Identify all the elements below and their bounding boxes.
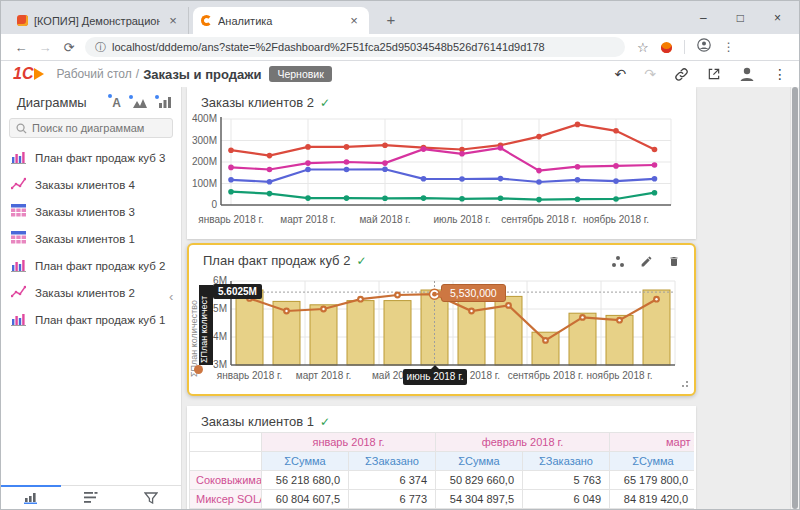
line-chart-icon bbox=[11, 285, 26, 301]
month-header[interactable]: январь 2018 г. bbox=[262, 433, 436, 452]
line-chart-icon bbox=[11, 177, 26, 193]
diagrams-sidebar: Диаграммы A План факт продаж куб 3Заказы… bbox=[1, 87, 182, 509]
sidebar-item-3[interactable]: Заказы клиентов 3 bbox=[1, 198, 181, 225]
sidebar-collapse-icon[interactable]: ‹ bbox=[169, 289, 173, 304]
table-row: Миксер SOLAC мод...60 804 607,56 77354 3… bbox=[190, 490, 695, 509]
svg-text:400M: 400M bbox=[192, 113, 217, 124]
back-icon[interactable]: ← bbox=[9, 40, 33, 55]
add-chart-icon[interactable] bbox=[159, 97, 171, 108]
card-plan-fact-cube-2[interactable]: План факт продаж куб 2✓ 3M4M5M6Mянварь 2… bbox=[187, 243, 696, 396]
add-text-icon[interactable]: A bbox=[112, 96, 121, 110]
bookmark-star-icon[interactable]: ☆ bbox=[637, 40, 649, 55]
drill-links-icon[interactable] bbox=[608, 251, 628, 271]
browser-tab-analytics[interactable]: Аналитика × bbox=[193, 7, 369, 34]
user-avatar[interactable] bbox=[739, 66, 755, 82]
url-input[interactable]: ⓘ localhost/dddemo/ans?state=%2Fdashboar… bbox=[85, 37, 625, 57]
svg-text:май 2018 г.: май 2018 г. bbox=[359, 214, 410, 225]
sidebar-item-6[interactable]: Заказы клиентов 2 bbox=[1, 279, 181, 306]
minimize-button[interactable]: – bbox=[700, 11, 707, 25]
svg-text:март 2018 г.: март 2018 г. bbox=[280, 214, 335, 225]
table-cell: 56 218 680,0 bbox=[262, 471, 349, 490]
page-info-icon[interactable]: ⓘ bbox=[95, 40, 106, 55]
column-header[interactable]: ΣСумма bbox=[262, 452, 349, 471]
table-icon bbox=[11, 204, 26, 220]
tab-diagrams[interactable] bbox=[1, 486, 61, 509]
table-cell: 18 287 388,0 bbox=[436, 509, 523, 510]
row-label-link[interactable]: Миксер SOLAC мод... bbox=[190, 490, 262, 509]
browser-menu-icon[interactable]: ⋮ bbox=[723, 40, 735, 54]
tab-legend[interactable] bbox=[61, 486, 121, 509]
sidebar-item-1[interactable]: План факт продаж куб 3 bbox=[1, 144, 181, 171]
url-text: localhost/dddemo/ans?state=%2Fdashboard%… bbox=[112, 41, 545, 53]
svg-text:ноябрь 2018 г.: ноябрь 2018 г. bbox=[583, 214, 649, 225]
link-icon[interactable] bbox=[674, 67, 689, 82]
app-menu-icon[interactable]: ⋮ bbox=[773, 66, 787, 82]
sidebar-item-5[interactable]: План факт продаж куб 2 bbox=[1, 252, 181, 279]
orders-table[interactable]: январь 2018 г.февраль 2018 г.март 2018 г… bbox=[189, 432, 694, 509]
search-input[interactable] bbox=[32, 122, 162, 134]
month-header-row: январь 2018 г.февраль 2018 г.март 2018 г… bbox=[190, 433, 695, 452]
row-label-link[interactable]: Соковыжималка "... bbox=[190, 471, 262, 490]
svg-text:3M: 3M bbox=[213, 359, 227, 370]
sidebar-item-label: Заказы клиентов 4 bbox=[35, 179, 135, 191]
column-header[interactable]: ΣСумма bbox=[436, 452, 523, 471]
column-header[interactable]: ΣСумма bbox=[610, 452, 695, 471]
table-row: Чайник MOULINEX ...21 718 588,514 07118 … bbox=[190, 509, 695, 510]
breadcrumb-root[interactable]: Рабочий стол bbox=[56, 67, 131, 81]
column-header[interactable]: ΣЗаказано bbox=[349, 452, 436, 471]
line-chart[interactable]: 0100M200M300M400Mянварь 2018 г.март 2018… bbox=[191, 111, 687, 233]
table-cell: 11 848 bbox=[523, 509, 610, 510]
resize-handle[interactable] bbox=[682, 385, 684, 387]
bar-chart-icon bbox=[11, 150, 26, 166]
browser-window: [КОПИЯ] Демонстрационная б × Аналитика ×… bbox=[0, 0, 800, 510]
sidebar-item-2[interactable]: Заказы клиентов 4 bbox=[1, 171, 181, 198]
sidebar-item-7[interactable]: План факт продаж куб 1 bbox=[1, 306, 181, 333]
bar-chart-icon bbox=[11, 312, 26, 328]
legend-marker bbox=[194, 365, 203, 374]
svg-text:300M: 300M bbox=[192, 135, 217, 146]
logo-triangle-icon bbox=[34, 68, 44, 80]
close-button[interactable]: × bbox=[774, 11, 781, 25]
chart-title: Заказы клиентов 2✓ bbox=[201, 95, 330, 110]
url-bar-row: ← → ⟳ ⓘ localhost/dddemo/ans?state=%2Fda… bbox=[1, 34, 799, 61]
browser-tab-demo[interactable]: [КОПИЯ] Демонстрационная б × bbox=[9, 7, 189, 34]
sidebar-item-label: План факт продаж куб 1 bbox=[35, 314, 165, 326]
sidebar-title: Диаграммы bbox=[17, 95, 112, 110]
table-cell: 84 819 420,0 bbox=[610, 490, 695, 509]
card-orders-clients-2[interactable]: Заказы клиентов 2✓ 0100M200M300M400Mянва… bbox=[187, 87, 696, 239]
delete-trash-icon[interactable] bbox=[664, 251, 684, 271]
svg-text:200M: 200M bbox=[192, 156, 217, 167]
column-header[interactable]: ΣЗаказано bbox=[523, 452, 610, 471]
table-cell: 6 773 bbox=[349, 490, 436, 509]
tab-close-icon[interactable]: × bbox=[347, 13, 361, 28]
extension-icon[interactable] bbox=[661, 42, 672, 53]
month-header[interactable]: февраль 2018 г. bbox=[436, 433, 610, 452]
table-cell: 21 718 588,5 bbox=[262, 509, 349, 510]
svg-text:март 2018 г.: март 2018 г. bbox=[296, 370, 351, 381]
check-icon: ✓ bbox=[320, 415, 330, 429]
card-orders-clients-1[interactable]: Заказы клиентов 1✓ январь 2018 г.февраль… bbox=[187, 406, 696, 509]
chart-title: План факт продаж куб 2✓ bbox=[203, 253, 366, 268]
sidebar-item-label: Заказы клиентов 1 bbox=[35, 233, 135, 245]
browser-profile-icon[interactable] bbox=[697, 38, 711, 56]
row-label-link[interactable]: Чайник MOULINEX ... bbox=[190, 509, 262, 510]
sidebar-item-4[interactable]: Заказы клиентов 1 bbox=[1, 225, 181, 252]
vertical-scrollbar[interactable] bbox=[790, 87, 799, 509]
open-in-new-icon[interactable] bbox=[707, 67, 721, 81]
scrollbar-thumb[interactable] bbox=[792, 87, 798, 509]
new-tab-button[interactable]: + bbox=[381, 10, 401, 30]
table-cell: 6 049 bbox=[523, 490, 610, 509]
undo-icon[interactable]: ↶ bbox=[615, 66, 627, 82]
redo-icon[interactable]: ↷ bbox=[644, 66, 656, 82]
table-cell: 5 763 bbox=[523, 471, 610, 490]
month-header[interactable]: март 2018 г. bbox=[610, 433, 695, 452]
reload-icon[interactable]: ⟳ bbox=[57, 40, 81, 55]
diagram-search[interactable] bbox=[9, 118, 173, 138]
maximize-button[interactable]: □ bbox=[737, 11, 744, 25]
edit-pencil-icon[interactable] bbox=[636, 251, 656, 271]
forward-icon[interactable]: → bbox=[33, 40, 57, 55]
tab-close-icon[interactable]: × bbox=[166, 13, 180, 28]
filter-funnel-icon[interactable] bbox=[121, 486, 181, 509]
svg-text:январь 2018 г.: январь 2018 г. bbox=[198, 214, 263, 225]
add-image-icon[interactable] bbox=[133, 97, 147, 108]
